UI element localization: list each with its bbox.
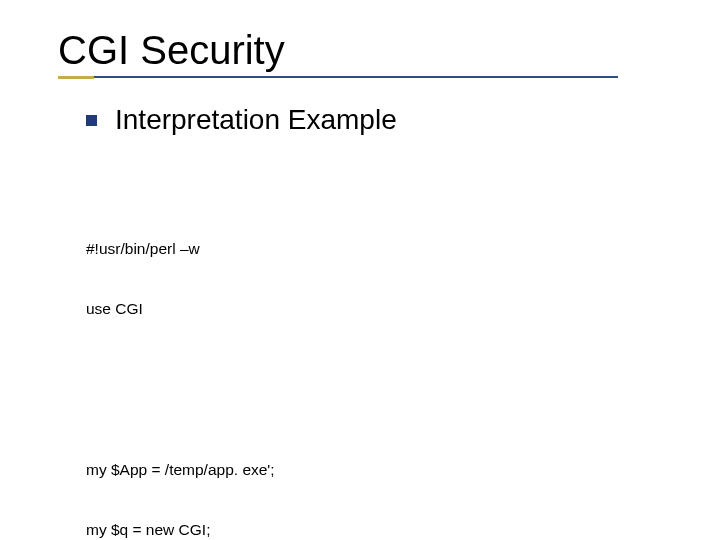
code-line: use CGI	[86, 299, 680, 319]
square-bullet-icon	[86, 115, 97, 126]
code-line: #!usr/bin/perl –w	[86, 239, 680, 259]
code-paragraph-1: #!usr/bin/perl –w use CGI	[86, 198, 680, 359]
subtitle-row: Interpretation Example	[86, 104, 680, 136]
title-underline	[58, 76, 618, 78]
code-block: #!usr/bin/perl –w use CGI my $App = /tem…	[86, 158, 680, 540]
code-line: my $App = /temp/app. exe';	[86, 460, 680, 480]
slide-title: CGI Security	[58, 28, 680, 73]
code-paragraph-2: my $App = /temp/app. exe'; my $q = new C…	[86, 420, 680, 540]
slide: CGI Security Interpretation Example #!us…	[0, 0, 720, 540]
slide-subtitle: Interpretation Example	[115, 104, 397, 136]
code-line: my $q = new CGI;	[86, 520, 680, 540]
title-underline-accent	[58, 76, 94, 79]
